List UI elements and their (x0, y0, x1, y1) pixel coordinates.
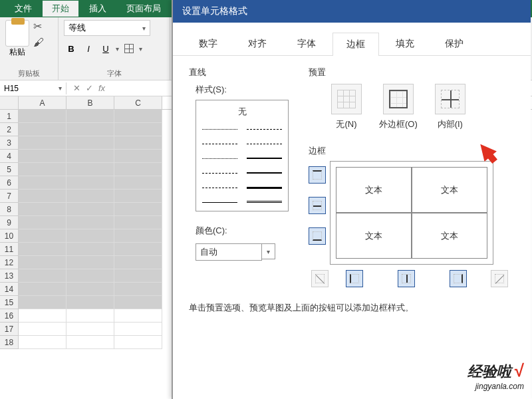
ribbon-tab-insert[interactable]: 插入 (80, 1, 116, 17)
cell[interactable] (66, 203, 114, 216)
ribbon-tab-home[interactable]: 开始 (43, 1, 78, 17)
border-right-button[interactable] (450, 270, 467, 287)
underline-button[interactable]: U (98, 41, 113, 56)
cell[interactable] (114, 296, 162, 309)
cell[interactable] (114, 269, 162, 283)
cell[interactable] (114, 243, 162, 256)
format-painter-icon[interactable]: 🖌 (33, 37, 44, 49)
italic-button[interactable]: I (81, 41, 96, 56)
cell[interactable] (114, 123, 162, 136)
cell[interactable] (19, 296, 66, 309)
cell[interactable] (66, 110, 114, 123)
line-style-option[interactable] (198, 122, 242, 136)
color-dropdown-button[interactable]: ▾ (262, 243, 275, 259)
chevron-down-icon[interactable]: ▾ (116, 45, 119, 53)
row-header[interactable]: 11 (0, 243, 19, 256)
cell[interactable] (114, 256, 162, 269)
cell[interactable] (66, 269, 114, 283)
cell[interactable] (19, 176, 66, 190)
cell[interactable] (114, 163, 162, 176)
line-style-list[interactable]: 无 (196, 100, 289, 211)
cell[interactable] (19, 216, 66, 229)
row-header[interactable]: 6 (0, 176, 19, 190)
cell[interactable] (19, 123, 66, 136)
cell[interactable] (114, 176, 162, 190)
line-style-option[interactable] (242, 195, 287, 209)
row-header[interactable]: 16 (0, 309, 19, 323)
cut-icon[interactable]: ✂ (33, 20, 44, 33)
row-header[interactable]: 1 (0, 110, 19, 123)
cell[interactable] (19, 309, 66, 323)
row-header[interactable]: 17 (0, 323, 19, 336)
cell[interactable] (114, 309, 162, 323)
font-name-combo[interactable]: 等线 ▾ (64, 20, 150, 36)
cell[interactable] (66, 176, 114, 190)
bold-button[interactable]: B (64, 41, 78, 56)
row-header[interactable]: 14 (0, 283, 19, 296)
cell[interactable] (19, 110, 66, 123)
cell[interactable] (66, 216, 114, 229)
confirm-icon[interactable]: ✓ (86, 83, 93, 93)
border-diag-up-button[interactable] (311, 270, 329, 287)
line-style-option[interactable] (198, 136, 242, 151)
line-style-option[interactable] (198, 180, 242, 195)
row-header[interactable]: 7 (0, 190, 19, 203)
cell[interactable] (66, 256, 114, 269)
cell[interactable] (19, 203, 66, 216)
tab-protection[interactable]: 保护 (431, 32, 477, 55)
preset-none-button[interactable] (331, 84, 362, 114)
line-style-option[interactable] (242, 122, 287, 136)
fx-icon[interactable]: fx (98, 83, 105, 93)
cell[interactable] (114, 283, 162, 296)
row-header[interactable]: 4 (0, 150, 19, 163)
cell[interactable] (114, 323, 162, 336)
line-style-option[interactable] (242, 180, 287, 195)
cell[interactable] (19, 163, 66, 176)
tab-alignment[interactable]: 对齐 (234, 32, 281, 55)
border-preview[interactable]: 文本 文本 文本 文本 (330, 161, 493, 265)
cell[interactable] (19, 256, 66, 269)
name-box[interactable]: H15 ▾ (0, 82, 66, 94)
style-none[interactable]: 无 (198, 102, 287, 122)
cell[interactable] (66, 296, 114, 309)
tab-fill[interactable]: 填充 (382, 32, 428, 55)
cell[interactable] (114, 229, 162, 243)
cell[interactable] (19, 323, 66, 336)
cell[interactable] (114, 136, 162, 150)
line-style-option[interactable] (242, 166, 287, 180)
cell[interactable] (66, 243, 114, 256)
preset-inner-button[interactable] (435, 84, 466, 114)
ribbon-tab-file[interactable]: 文件 (5, 1, 41, 17)
cell[interactable] (66, 190, 114, 203)
row-header[interactable]: 2 (0, 123, 19, 136)
col-header[interactable]: B (66, 96, 114, 109)
row-header[interactable]: 3 (0, 136, 19, 150)
cell[interactable] (66, 163, 114, 176)
cell[interactable] (114, 150, 162, 163)
row-header[interactable]: 8 (0, 203, 19, 216)
cell[interactable] (66, 283, 114, 296)
tab-border[interactable]: 边框 (332, 33, 379, 56)
cell[interactable] (114, 203, 162, 216)
cell[interactable] (19, 336, 66, 349)
cell[interactable] (66, 123, 114, 136)
cell[interactable] (66, 229, 114, 243)
cell[interactable] (19, 243, 66, 256)
tab-number[interactable]: 数字 (185, 32, 231, 55)
row-header[interactable]: 18 (0, 336, 19, 349)
line-style-option[interactable] (242, 151, 287, 166)
select-all-corner[interactable] (0, 96, 19, 109)
line-style-option[interactable] (198, 151, 242, 166)
border-diag-down-button[interactable] (491, 270, 508, 287)
cell[interactable] (66, 309, 114, 323)
cell[interactable] (114, 190, 162, 203)
cell[interactable] (114, 110, 162, 123)
line-style-option[interactable] (242, 136, 287, 151)
row-header[interactable]: 5 (0, 163, 19, 176)
border-mid-v-button[interactable] (398, 270, 415, 287)
cell[interactable] (19, 229, 66, 243)
cell[interactable] (66, 336, 114, 349)
chevron-down-icon[interactable]: ▾ (139, 45, 142, 53)
tab-font[interactable]: 字体 (283, 32, 330, 55)
cell[interactable] (114, 216, 162, 229)
